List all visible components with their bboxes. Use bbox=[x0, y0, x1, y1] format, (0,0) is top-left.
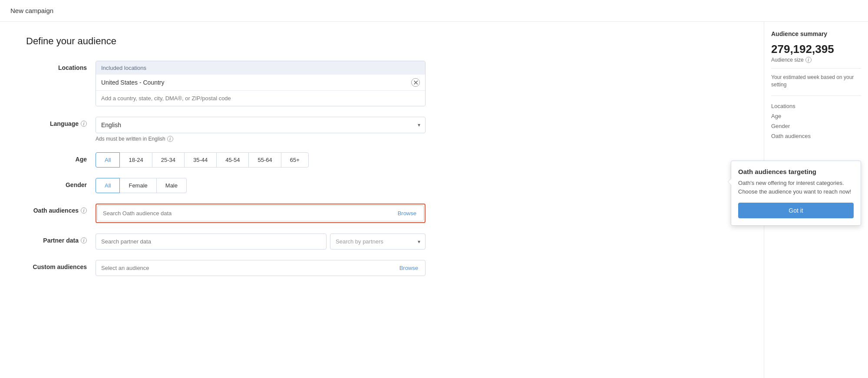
custom-audiences-control: Browse bbox=[96, 260, 426, 276]
age-row: Age All 18-24 25-34 35-44 45-54 55-64 65… bbox=[26, 152, 738, 168]
custom-audiences-label: Custom audiences bbox=[26, 260, 96, 270]
partner-select-wrapper: Search by partners ▾ bbox=[330, 233, 426, 250]
age-btn-18-24[interactable]: 18-24 bbox=[119, 152, 152, 168]
age-buttons: All 18-24 25-34 35-44 45-54 55-64 65+ bbox=[96, 152, 426, 168]
tooltip-title: Oath audiences targeting bbox=[738, 168, 854, 175]
custom-audiences-input-wrapper: Browse bbox=[96, 260, 426, 276]
section-title: Define your audience bbox=[26, 36, 738, 47]
audience-size: 279,192,395 bbox=[771, 43, 861, 56]
tooltip-text: Oath's new offering for interest categor… bbox=[738, 179, 854, 196]
oath-audiences-input-wrapper: Browse bbox=[97, 205, 424, 221]
gender-btn-all[interactable]: All bbox=[96, 178, 120, 193]
gender-control: All Female Male bbox=[96, 178, 426, 193]
partner-data-info-icon: i bbox=[81, 237, 87, 243]
language-label: Language i bbox=[26, 117, 96, 127]
language-info-icon: i bbox=[81, 121, 87, 127]
location-search-input[interactable] bbox=[96, 91, 425, 106]
age-btn-35-44[interactable]: 35-44 bbox=[184, 152, 217, 168]
locations-label: Locations bbox=[26, 61, 96, 71]
locations-control: Included locations United States - Count… bbox=[96, 61, 426, 106]
locations-box: Included locations United States - Count… bbox=[96, 61, 426, 106]
gender-row: Gender All Female Male bbox=[26, 178, 738, 193]
age-btn-all[interactable]: All bbox=[96, 152, 120, 168]
gender-btn-male[interactable]: Male bbox=[156, 178, 187, 193]
oath-audiences-search-input[interactable] bbox=[98, 206, 391, 221]
partner-data-control: Search by partners ▾ bbox=[96, 233, 426, 250]
content-area: Define your audience Locations Included … bbox=[0, 22, 764, 378]
custom-audiences-search-input[interactable] bbox=[96, 260, 393, 276]
sidebar-title: Audience summary bbox=[771, 30, 861, 37]
got-it-button[interactable]: Got it bbox=[738, 203, 854, 218]
summary-item-locations: Locations bbox=[771, 101, 861, 111]
partner-data-row: Partner data i Search by partners ▾ bbox=[26, 233, 738, 250]
locations-row: Locations Included locations United Stat… bbox=[26, 61, 738, 106]
custom-audiences-browse-link[interactable]: Browse bbox=[393, 260, 425, 276]
partner-data-label: Partner data i bbox=[26, 233, 96, 244]
partner-data-inputs: Search by partners ▾ bbox=[96, 233, 426, 250]
gender-buttons: All Female Male bbox=[96, 178, 426, 193]
main-layout: Define your audience Locations Included … bbox=[0, 22, 868, 378]
language-control: English ▾ Ads must be written in English… bbox=[96, 117, 426, 142]
page-title: New campaign bbox=[10, 7, 53, 14]
oath-audiences-info-icon: i bbox=[81, 207, 87, 214]
location-value: United States - Country bbox=[101, 79, 165, 86]
summary-item-gender: Gender bbox=[771, 121, 861, 131]
custom-audiences-row: Custom audiences Browse bbox=[26, 260, 738, 276]
oath-audiences-tooltip-popup: Oath audiences targeting Oath's new offe… bbox=[731, 161, 861, 226]
sidebar: Audience summary 279,192,395 Audience si… bbox=[764, 22, 868, 378]
summary-item-age: Age bbox=[771, 111, 861, 121]
language-select[interactable]: English bbox=[96, 117, 426, 133]
sidebar-divider-1 bbox=[771, 68, 861, 69]
language-select-wrapper: English ▾ bbox=[96, 117, 426, 133]
sidebar-divider-2 bbox=[771, 95, 861, 96]
partner-select[interactable]: Search by partners bbox=[330, 233, 426, 250]
estimated-text: Your estimated week based on your settin… bbox=[771, 74, 861, 89]
oath-audiences-row: Oath audiences i Browse bbox=[26, 204, 738, 223]
language-row: Language i English ▾ Ads must be written… bbox=[26, 117, 738, 142]
audience-size-label: Audience size i bbox=[771, 57, 861, 63]
language-hint: Ads must be written in English i bbox=[96, 136, 426, 142]
page-header: New campaign bbox=[0, 0, 868, 22]
oath-audiences-browse-link[interactable]: Browse bbox=[391, 206, 423, 221]
location-item: United States - Country ✕ bbox=[96, 75, 425, 91]
age-control: All 18-24 25-34 35-44 45-54 55-64 65+ bbox=[96, 152, 426, 168]
gender-btn-female[interactable]: Female bbox=[119, 178, 156, 193]
language-hint-icon: i bbox=[167, 136, 173, 142]
oath-audiences-highlight-box: Browse bbox=[96, 204, 426, 223]
locations-header: Included locations bbox=[96, 61, 425, 75]
oath-audiences-control: Browse bbox=[96, 204, 426, 223]
oath-audiences-label: Oath audiences i bbox=[26, 204, 96, 214]
summary-item-oath: Oath audiences bbox=[771, 131, 861, 141]
gender-label: Gender bbox=[26, 178, 96, 188]
age-btn-45-54[interactable]: 45-54 bbox=[216, 152, 249, 168]
age-label: Age bbox=[26, 152, 96, 163]
remove-location-button[interactable]: ✕ bbox=[411, 78, 420, 87]
age-btn-65-plus[interactable]: 65+ bbox=[281, 152, 309, 168]
age-btn-55-64[interactable]: 55-64 bbox=[248, 152, 281, 168]
age-btn-25-34[interactable]: 25-34 bbox=[152, 152, 185, 168]
audience-size-info-icon: i bbox=[805, 57, 812, 63]
partner-data-search-input[interactable] bbox=[96, 233, 327, 250]
